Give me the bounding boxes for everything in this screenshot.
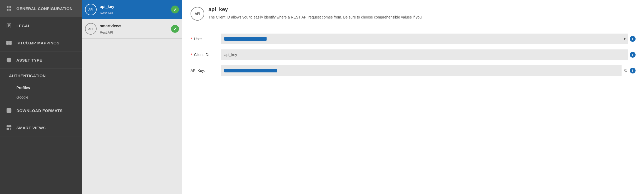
profile-divider [100, 10, 168, 10]
profile-type: Rest API [100, 30, 168, 34]
api-badge: API [85, 23, 97, 35]
svg-rect-1 [10, 6, 11, 8]
svg-rect-20 [7, 128, 8, 130]
detail-header-text: api_key The Client ID allows you to easi… [209, 6, 422, 20]
sidebar-authentication-sub: Profiles Google [0, 83, 82, 102]
form-label-client-id: * Client ID: [191, 53, 217, 57]
profiles-list: API api_key Rest API API smartviews Rest… [82, 0, 182, 194]
sidebar-auth-label: AUTHENTICATION [9, 73, 46, 78]
form-label-user: * User [191, 37, 217, 41]
mappings-icon [5, 39, 13, 47]
profile-info: api_key Rest API [100, 4, 168, 15]
required-star: * [191, 37, 192, 41]
sidebar-item-iptc-xmp-mappings[interactable]: IPTC/XMP MAPPINGS [0, 34, 82, 52]
profile-type: Rest API [100, 11, 168, 15]
svg-rect-9 [10, 41, 11, 43]
profile-item-api-key[interactable]: API api_key Rest API [82, 0, 182, 19]
sidebar-item-general-configuration[interactable]: GENERAL CONFIGURATION [0, 0, 82, 17]
chevron-down-icon: ▾ [624, 37, 626, 41]
svg-rect-12 [10, 43, 11, 45]
user-info-icon[interactable]: i [630, 36, 636, 42]
detail-title: api_key [209, 6, 422, 12]
sidebar-item-label: LEGAL [16, 24, 30, 28]
api-key-input[interactable] [221, 65, 622, 76]
detail-form: * User ▾ i * Client ID: i [182, 26, 644, 89]
sidebar-item-label: DOWNLOAD FORMATS [16, 108, 63, 113]
profile-name: smartviews [100, 24, 168, 28]
grid-icon [5, 5, 13, 12]
form-row-user: * User ▾ i [191, 34, 636, 44]
check-icon [171, 6, 179, 13]
profile-info: smartviews Rest API [100, 24, 168, 34]
detail-panel: API api_key The Client ID allows you to … [182, 0, 644, 194]
sidebar-item-authentication[interactable]: AUTHENTICATION [0, 69, 82, 83]
user-value-bar [224, 37, 267, 41]
svg-rect-8 [7, 41, 8, 43]
form-control-client-id: i [221, 49, 636, 60]
api-key-info-icon[interactable]: i [630, 68, 636, 73]
sidebar-item-download-formats[interactable]: DOWNLOAD FORMATS [0, 102, 82, 119]
sidebar-item-label: GENERAL CONFIGURATION [16, 6, 73, 11]
sidebar-item-smart-views[interactable]: SMART VIEWS [0, 119, 82, 136]
api-badge: API [85, 4, 97, 15]
sidebar-item-label: SMART VIEWS [16, 126, 46, 130]
legal-icon [5, 22, 13, 29]
api-key-value-bar [224, 69, 277, 72]
svg-rect-19 [10, 126, 11, 127]
svg-rect-2 [7, 9, 8, 11]
svg-rect-18 [7, 126, 8, 127]
download-icon [5, 107, 13, 114]
profile-divider [100, 29, 168, 29]
form-row-api-key: API Key: ↻ i [191, 65, 636, 76]
form-label-api-key: API Key: [191, 68, 217, 73]
svg-rect-11 [7, 43, 8, 45]
detail-api-badge: API [191, 7, 204, 21]
sidebar-item-label: ASSET TYPE [16, 58, 42, 62]
svg-rect-0 [7, 6, 8, 8]
sidebar-item-legal[interactable]: LEGAL [0, 17, 82, 34]
check-icon [171, 25, 179, 33]
svg-rect-3 [10, 9, 11, 11]
profile-item-smartviews[interactable]: API smartviews Rest API [82, 19, 182, 39]
sidebar-sub-item-profiles[interactable]: Profiles [0, 83, 82, 93]
sidebar-sub-item-label: Google [16, 95, 28, 99]
form-control-api-key: ↻ i [221, 65, 636, 76]
form-control-user: ▾ i [221, 34, 636, 44]
refresh-icon[interactable]: ↻ [624, 68, 628, 73]
sidebar-sub-item-label: Profiles [16, 86, 30, 90]
user-select[interactable]: ▾ [221, 34, 628, 44]
asset-icon [5, 56, 13, 64]
sidebar-sub-item-google[interactable]: Google [0, 93, 82, 102]
client-id-info-icon[interactable]: i [630, 52, 636, 58]
smart-views-icon [5, 124, 13, 131]
profile-name: api_key [100, 4, 168, 9]
form-row-client-id: * Client ID: i [191, 49, 636, 60]
sidebar-item-label: IPTC/XMP MAPPINGS [16, 41, 59, 45]
sidebar-item-asset-type[interactable]: ASSET TYPE [0, 52, 82, 69]
detail-description: The Client ID allows you to easily ident… [209, 15, 422, 20]
client-id-input[interactable] [221, 49, 628, 60]
sidebar: GENERAL CONFIGURATION LEGAL IPTC/XMP MAP… [0, 0, 82, 194]
required-star: * [191, 53, 192, 57]
detail-header: API api_key The Client ID allows you to … [182, 0, 644, 26]
